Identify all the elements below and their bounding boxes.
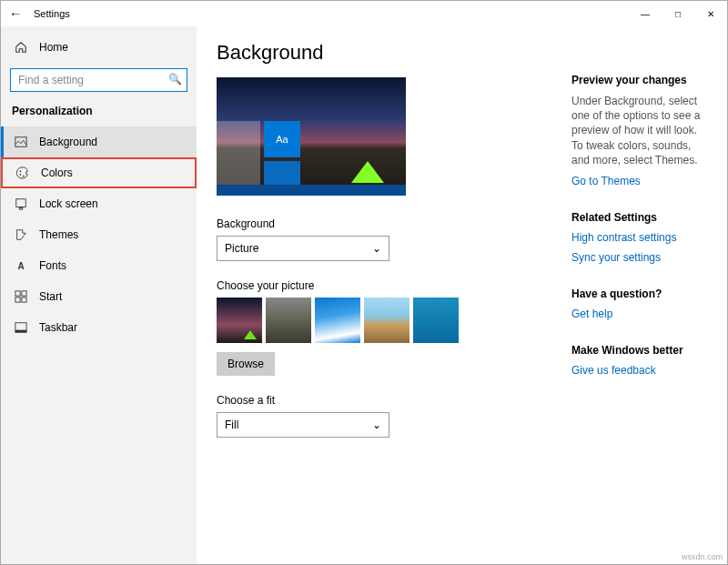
start-icon [14, 290, 28, 303]
fit-select-value: Fill [225, 419, 238, 431]
browse-button[interactable]: Browse [217, 352, 275, 376]
high-contrast-link[interactable]: High contrast settings [571, 231, 709, 244]
themes-icon [14, 228, 28, 241]
titlebar: ← Settings ― □ ✕ [1, 1, 727, 26]
sidebar-item-label: Start [39, 290, 62, 303]
svg-rect-9 [22, 298, 26, 302]
search-box[interactable]: 🔍 [10, 68, 187, 92]
sidebar-item-lock-screen[interactable]: Lock screen [1, 188, 197, 219]
minimize-button[interactable]: ― [629, 1, 662, 26]
attribution: wsxdn.com [682, 552, 723, 561]
background-select-value: Picture [225, 242, 258, 255]
svg-point-1 [20, 170, 22, 172]
sidebar-item-taskbar[interactable]: Taskbar [1, 312, 197, 343]
sidebar-item-label: Taskbar [39, 321, 77, 334]
svg-rect-4 [16, 199, 26, 207]
search-input[interactable] [10, 68, 187, 92]
preview-changes-text: Under Background, select one of the opti… [571, 94, 709, 167]
sync-settings-link[interactable]: Sync your settings [571, 251, 709, 264]
sidebar: Home 🔍 Personalization Background Colors [1, 26, 197, 564]
sidebar-item-background[interactable]: Background [1, 126, 197, 157]
related-settings-title: Related Settings [571, 211, 709, 224]
svg-rect-11 [15, 330, 26, 333]
home-icon [14, 41, 28, 54]
picture-thumb-5[interactable] [413, 298, 459, 343]
sample-text-tile: Aa [264, 121, 300, 157]
get-help-link[interactable]: Get help [571, 308, 709, 320]
category-heading: Personalization [1, 103, 197, 126]
taskbar-icon [14, 321, 28, 334]
right-panel: Preview your changes Under Background, s… [571, 41, 709, 546]
picture-thumb-2[interactable] [266, 298, 311, 343]
chevron-down-icon: ⌄ [372, 419, 381, 431]
background-select[interactable]: Picture ⌄ [217, 236, 389, 261]
sidebar-item-label: Background [39, 136, 97, 148]
search-icon: 🔍 [168, 73, 182, 86]
question-title: Have a question? [571, 288, 709, 300]
svg-rect-5 [19, 207, 23, 209]
image-icon [14, 136, 28, 148]
sidebar-item-fonts[interactable]: A Fonts [1, 250, 197, 281]
picture-thumb-1[interactable] [217, 298, 262, 343]
fonts-icon: A [14, 261, 28, 271]
feedback-link[interactable]: Give us feedback [571, 364, 709, 377]
window-title: Settings [30, 8, 70, 19]
chevron-down-icon: ⌄ [372, 242, 381, 255]
desktop-preview: Aa [217, 77, 406, 196]
svg-point-2 [20, 174, 22, 176]
lock-screen-icon [14, 197, 28, 210]
picture-thumb-3[interactable] [315, 298, 360, 343]
main-content: Background Aa Background Picture ⌄ Choos… [217, 41, 544, 546]
sidebar-item-themes[interactable]: Themes [1, 219, 197, 250]
maximize-button[interactable]: □ [662, 1, 694, 26]
home-label: Home [39, 41, 68, 54]
svg-rect-7 [22, 291, 26, 296]
page-title: Background [217, 41, 544, 65]
picture-thumb-4[interactable] [364, 298, 410, 343]
choose-picture-label: Choose your picture [217, 279, 544, 292]
sidebar-item-label: Lock screen [39, 197, 98, 210]
svg-point-3 [23, 176, 25, 177]
preview-changes-title: Preview your changes [571, 74, 709, 86]
svg-rect-8 [15, 298, 20, 302]
picture-thumbnails [217, 298, 544, 343]
make-better-title: Make Windows better [571, 344, 709, 357]
choose-fit-label: Choose a fit [217, 394, 544, 407]
sidebar-item-label: Colors [41, 166, 73, 179]
sidebar-item-label: Themes [39, 228, 78, 241]
go-to-themes-link[interactable]: Go to Themes [571, 175, 709, 187]
palette-icon [15, 166, 30, 179]
background-label: Background [217, 217, 544, 230]
sidebar-item-start[interactable]: Start [1, 281, 197, 312]
sidebar-item-label: Fonts [39, 259, 66, 272]
back-button[interactable]: ← [1, 6, 30, 21]
close-button[interactable]: ✕ [694, 1, 727, 26]
fit-select[interactable]: Fill ⌄ [217, 412, 389, 438]
home-nav[interactable]: Home [1, 32, 197, 63]
svg-rect-6 [15, 291, 20, 296]
sidebar-item-colors[interactable]: Colors [1, 157, 197, 188]
